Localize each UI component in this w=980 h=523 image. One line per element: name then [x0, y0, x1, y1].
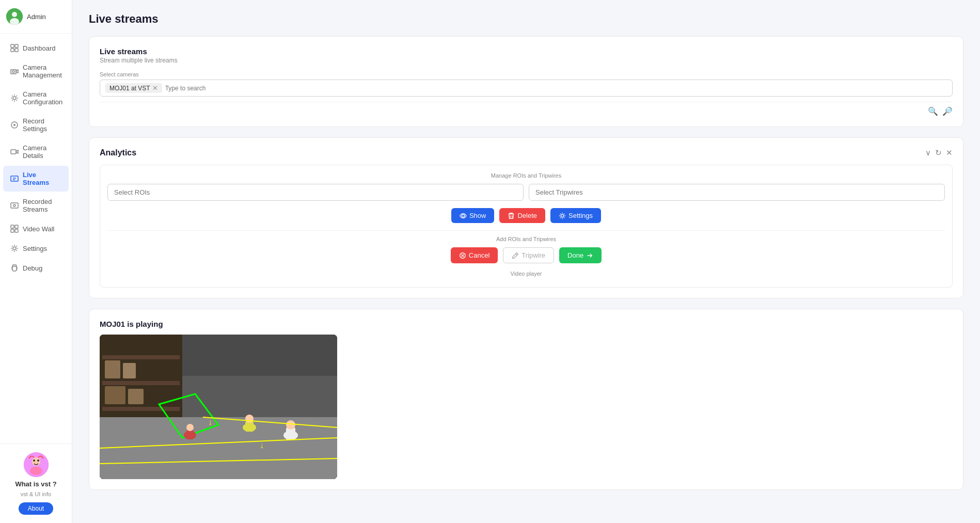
camera-tag-label: MOJ01 at VST	[109, 85, 150, 92]
sidebar-item-label: Settings	[23, 245, 47, 252]
bottom-buttons-row: Cancel Tripwire Done	[107, 247, 945, 263]
sidebar-item-label: Camera Details	[23, 144, 61, 160]
video-placeholder: ↓ ↓	[100, 335, 337, 479]
svg-point-48	[286, 420, 295, 430]
sidebar-item-camera-details[interactable]: Camera Details	[3, 139, 69, 165]
sidebar-item-camera-configuration[interactable]: Camera Configuration	[3, 85, 69, 111]
show-button[interactable]: Show	[451, 208, 495, 223]
svg-rect-16	[15, 225, 18, 228]
tripwire-button[interactable]: Tripwire	[503, 247, 554, 263]
sidebar-item-label: Live Streams	[23, 171, 61, 186]
sidebar-item-label: Camera Management	[23, 64, 62, 79]
sidebar-item-label: Debug	[23, 264, 42, 272]
sidebar-item-camera-management[interactable]: Camera Management	[3, 58, 69, 84]
settings-button[interactable]: Settings	[550, 208, 601, 223]
arrow-right-icon	[586, 252, 593, 259]
svg-point-24	[37, 459, 39, 462]
divider	[107, 230, 945, 231]
camera-tag-remove[interactable]: ✕	[152, 84, 158, 92]
video-frame: ↓ ↓	[100, 335, 337, 479]
svg-rect-4	[15, 44, 18, 47]
camera-config-icon	[10, 94, 19, 102]
svg-rect-18	[15, 229, 18, 232]
svg-point-25	[462, 214, 464, 217]
video-container: ↓ ↓	[100, 335, 337, 479]
svg-point-45	[245, 415, 254, 423]
svg-rect-12	[11, 176, 18, 181]
sidebar-item-label: Camera Configuration	[23, 90, 62, 106]
svg-rect-6	[15, 49, 18, 52]
debug-icon	[10, 264, 19, 272]
live-streams-card-subtitle: Stream multiple live streams	[100, 57, 953, 64]
svg-rect-31	[102, 355, 180, 359]
zoom-in-icon[interactable]: 🔍	[928, 106, 938, 116]
svg-point-10	[13, 124, 15, 126]
camera-tag: MOJ01 at VST ✕	[105, 83, 162, 93]
roi-tripwire-row	[107, 184, 945, 201]
about-button[interactable]: About	[19, 502, 53, 515]
record-settings-icon	[10, 121, 19, 129]
svg-rect-34	[105, 360, 120, 378]
svg-text:↓: ↓	[208, 418, 212, 426]
svg-rect-37	[128, 389, 144, 404]
add-rois-label: Add ROIs and Tripwires	[107, 236, 945, 242]
page-title: Live streams	[89, 12, 963, 26]
analytics-title: Analytics	[100, 148, 136, 157]
dashboard-icon	[10, 44, 19, 52]
svg-rect-13	[11, 203, 18, 208]
svg-point-23	[33, 459, 35, 462]
cancel-button[interactable]: Cancel	[451, 247, 498, 263]
sidebar-item-settings[interactable]: Settings	[3, 239, 69, 258]
sidebar-item-label: Recorded Streams	[23, 198, 61, 213]
sidebar-item-record-settings[interactable]: Record Settings	[3, 112, 69, 138]
video-section: MOJ01 is playing	[89, 309, 963, 490]
svg-point-19	[13, 247, 16, 250]
camera-management-icon	[10, 67, 19, 75]
video-player-label: Video player	[107, 271, 945, 277]
svg-point-8	[13, 97, 16, 100]
video-wall-icon	[10, 225, 19, 233]
svg-rect-17	[11, 229, 14, 232]
pencil-icon	[512, 252, 519, 259]
cancel-icon	[459, 252, 466, 259]
sidebar-item-dashboard[interactable]: Dashboard	[3, 39, 69, 57]
svg-rect-15	[11, 225, 14, 228]
select-tripwires-input[interactable]	[529, 184, 945, 201]
live-streams-card-title: Live streams	[100, 47, 953, 56]
analytics-refresh-icon[interactable]: ↻	[935, 148, 942, 157]
select-rois-input[interactable]	[107, 184, 524, 201]
svg-point-14	[13, 204, 15, 207]
done-button[interactable]: Done	[559, 247, 602, 263]
zoom-out-icon[interactable]: 🔎	[942, 106, 953, 116]
svg-point-1	[12, 12, 17, 17]
analytics-close-icon[interactable]: ✕	[946, 148, 953, 157]
gear-icon	[559, 212, 566, 219]
main-content: Live streams Live streams Stream multipl…	[72, 0, 980, 523]
camera-search-input[interactable]	[165, 85, 947, 92]
svg-point-42	[186, 424, 194, 431]
sidebar-item-label: Dashboard	[23, 44, 56, 52]
recorded-streams-icon	[10, 201, 19, 210]
svg-text:↓: ↓	[260, 441, 264, 450]
video-playing-label: MOJ01 is playing	[100, 320, 953, 328]
svg-rect-36	[105, 386, 125, 404]
sidebar-item-video-wall[interactable]: Video Wall	[3, 219, 69, 238]
sidebar-item-live-streams[interactable]: Live Streams	[3, 166, 69, 192]
sidebar-item-debug[interactable]: Debug	[3, 259, 69, 277]
delete-button[interactable]: Delete	[499, 208, 545, 223]
svg-rect-32	[102, 381, 180, 385]
svg-rect-3	[11, 44, 14, 47]
svg-rect-38	[100, 417, 337, 479]
sidebar-item-label: Video Wall	[23, 225, 54, 233]
analytics-card: Analytics ∨ ↻ ✕ Manage ROIs and Tripwire…	[89, 137, 963, 298]
live-streams-card: Live streams Stream multiple live stream…	[89, 36, 963, 127]
sidebar-header: Admin	[0, 0, 72, 34]
settings-icon	[10, 244, 19, 252]
analytics-collapse-icon[interactable]: ∨	[925, 148, 931, 157]
trash-icon	[508, 212, 515, 219]
svg-point-26	[561, 214, 563, 217]
sidebar-item-recorded-streams[interactable]: Recorded Streams	[3, 193, 69, 218]
sidebar-nav: Dashboard Camera Management Camera Confi…	[0, 34, 72, 443]
sidebar-footer: What is vst ? vst & UI info About	[0, 443, 72, 523]
analytics-controls: ∨ ↻ ✕	[925, 148, 953, 157]
